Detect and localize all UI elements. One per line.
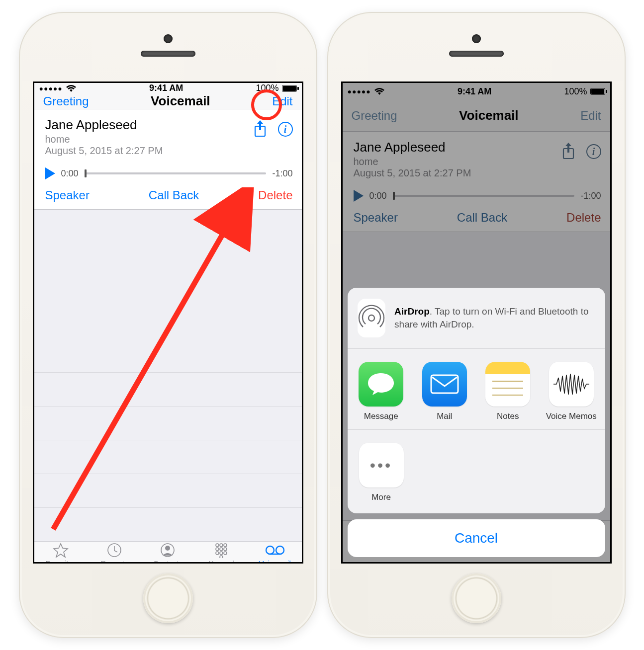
svg-point-14 xyxy=(220,556,223,558)
app-label: Voice Memos xyxy=(546,411,597,421)
play-icon[interactable] xyxy=(45,167,55,179)
tab-recents[interactable]: Recents xyxy=(88,542,141,564)
signal-dots-icon: ●●●●● xyxy=(39,84,63,92)
app-label: Mail xyxy=(437,411,452,421)
message-icon xyxy=(359,362,403,406)
cancel-button[interactable]: Cancel xyxy=(348,519,605,557)
share-voicememos[interactable]: Voice Memos xyxy=(545,362,598,421)
notes-icon xyxy=(485,362,530,406)
airdrop-text: AirDrop. Tap to turn on Wi-Fi and Blueto… xyxy=(394,305,595,330)
voicemail-label: home xyxy=(45,134,163,145)
status-bar: ●●●●● 9:41 AM 100% xyxy=(34,83,302,93)
voicemail-icon xyxy=(265,542,285,558)
screen-left: ●●●●● 9:41 AM 100% Greeting Voicemail Ed… xyxy=(33,81,303,564)
airdrop-row[interactable]: AirDrop. Tap to turn on Wi-Fi and Blueto… xyxy=(348,288,605,348)
person-icon xyxy=(160,542,176,558)
share-notes[interactable]: Notes xyxy=(481,362,535,421)
share-actions-row: ••• More xyxy=(348,430,605,513)
share-more[interactable]: ••• More xyxy=(355,443,408,502)
share-sheet-card: AirDrop. Tap to turn on Wi-Fi and Blueto… xyxy=(348,288,605,513)
svg-point-8 xyxy=(216,548,219,551)
svg-point-5 xyxy=(216,544,219,547)
voicemail-caller: Jane Appleseed xyxy=(45,117,163,133)
delete-button[interactable]: Delete xyxy=(258,188,292,202)
scrubber[interactable] xyxy=(85,172,267,174)
share-icon[interactable] xyxy=(253,119,267,139)
svg-point-13 xyxy=(224,552,227,555)
tab-label: Favorites xyxy=(45,559,76,564)
svg-point-10 xyxy=(224,548,227,551)
camera-dot xyxy=(472,34,481,43)
home-button[interactable] xyxy=(452,573,501,623)
earpiece xyxy=(141,51,195,57)
info-icon[interactable]: i xyxy=(278,122,293,137)
remaining-time: -1:00 xyxy=(272,168,292,179)
svg-point-19 xyxy=(368,315,374,321)
tab-label: Keypad xyxy=(209,559,234,564)
svg-point-4 xyxy=(165,546,170,551)
nav-greeting-link[interactable]: Greeting xyxy=(43,94,89,108)
svg-point-15 xyxy=(266,546,274,554)
battery-percent: 100% xyxy=(256,83,278,93)
svg-point-6 xyxy=(220,544,223,547)
airdrop-icon xyxy=(358,299,386,337)
iphone-mockup-left: ●●●●● 9:41 AM 100% Greeting Voicemail Ed… xyxy=(19,12,317,638)
tab-label: Recents xyxy=(100,559,128,564)
callback-button[interactable]: Call Back xyxy=(149,188,199,202)
star-icon xyxy=(53,542,69,558)
clock-icon xyxy=(106,542,122,558)
svg-rect-20 xyxy=(431,375,458,393)
voicemail-card: Jane Appleseed home August 5, 2015 at 2:… xyxy=(34,109,302,210)
tab-label: Voicemail xyxy=(259,559,291,564)
svg-point-12 xyxy=(220,552,223,555)
earpiece xyxy=(449,51,504,57)
iphone-mockup-right: ●●●●● 9:41 AM 100% Greeting Voicemail Ed… xyxy=(327,12,626,638)
svg-point-16 xyxy=(276,546,284,554)
voicememos-icon xyxy=(549,362,594,406)
camera-dot xyxy=(164,34,173,43)
status-time: 9:41 AM xyxy=(149,83,183,93)
svg-point-7 xyxy=(224,544,227,547)
battery-icon xyxy=(282,85,297,92)
svg-point-11 xyxy=(216,552,219,555)
app-label: More xyxy=(371,492,391,502)
share-message[interactable]: Message xyxy=(355,362,408,421)
share-mail[interactable]: Mail xyxy=(418,362,471,421)
tab-contacts[interactable]: Contacts xyxy=(141,542,195,564)
home-button[interactable] xyxy=(143,573,193,623)
app-label: Message xyxy=(364,411,398,421)
tab-label: Contacts xyxy=(153,559,183,564)
tab-favorites[interactable]: Favorites xyxy=(34,542,88,564)
voicemail-list-area xyxy=(34,210,302,542)
more-icon: ••• xyxy=(359,443,404,488)
voicemail-date: August 5, 2015 at 2:27 PM xyxy=(45,145,163,157)
tab-keypad[interactable]: Keypad xyxy=(194,542,248,564)
svg-point-9 xyxy=(220,548,223,551)
speaker-button[interactable]: Speaker xyxy=(45,188,90,202)
keypad-icon xyxy=(213,542,229,558)
share-apps-row: Message Mail Notes xyxy=(348,349,605,429)
elapsed-time: 0:00 xyxy=(61,168,79,179)
mail-icon xyxy=(422,362,467,406)
wifi-icon xyxy=(66,84,77,92)
nav-edit-link[interactable]: Edit xyxy=(272,94,292,108)
nav-bar: Greeting Voicemail Edit xyxy=(34,93,302,109)
share-sheet: AirDrop. Tap to turn on Wi-Fi and Blueto… xyxy=(348,288,605,557)
app-label: Notes xyxy=(497,411,519,421)
tab-bar: Favorites Recents Contacts Keypad Voicem… xyxy=(34,542,302,564)
screen-right: ●●●●● 9:41 AM 100% Greeting Voicemail Ed… xyxy=(341,81,612,564)
nav-title: Voicemail xyxy=(151,93,210,109)
tab-voicemail[interactable]: Voicemail xyxy=(248,542,302,564)
